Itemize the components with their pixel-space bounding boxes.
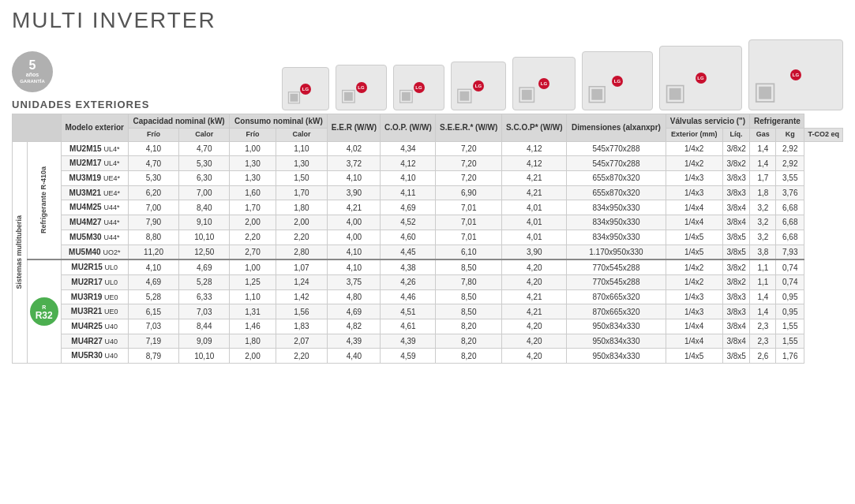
data-cell: 3,75 xyxy=(328,274,381,289)
col-modelo: Modelo exterior xyxy=(61,114,128,142)
data-cell: 7,90 xyxy=(128,215,178,230)
data-cell: 2,92 xyxy=(776,141,804,156)
data-cell: 655x870x320 xyxy=(567,171,666,186)
data-cell: 4,20 xyxy=(502,319,567,334)
data-cell: 1,83 xyxy=(276,319,328,334)
data-cell: 1,10 xyxy=(230,289,276,304)
model-name: MU5R30 U40 xyxy=(61,349,128,364)
data-cell: 4,21 xyxy=(502,289,567,304)
data-cell: 3,90 xyxy=(328,185,381,200)
data-cell: 1/4x2 xyxy=(666,274,722,289)
data-cell: 0,74 xyxy=(776,274,804,289)
data-cell: 4,02 xyxy=(328,141,381,156)
data-cell: 3/8x2 xyxy=(722,274,750,289)
data-cell: 4,20 xyxy=(502,349,567,364)
data-cell: 1,00 xyxy=(230,259,276,274)
data-cell: 4,01 xyxy=(502,200,567,215)
model-name: MU4M27 U44* xyxy=(61,215,128,230)
units-label: UNIDADES EXTERIORES xyxy=(12,99,149,110)
data-cell: 2,3 xyxy=(750,319,776,334)
data-cell: 5,28 xyxy=(179,274,230,289)
data-cell: 3/8x5 xyxy=(722,349,750,364)
subh-liq: Líq. xyxy=(722,129,750,142)
data-cell: 1,80 xyxy=(276,200,328,215)
data-cell: 6,30 xyxy=(179,171,230,186)
data-cell: 4,10 xyxy=(128,141,178,156)
data-cell: 1,56 xyxy=(276,304,328,319)
data-cell: 1,1 xyxy=(750,274,776,289)
data-cell: 7,19 xyxy=(128,334,178,349)
data-cell: 4,12 xyxy=(502,156,567,171)
data-cell: 1,8 xyxy=(750,185,776,200)
data-cell: 4,00 xyxy=(328,230,381,245)
page-title: MULTI INVERTER xyxy=(12,8,843,33)
col-seer: S.E.E.R.* (W/W) xyxy=(436,114,502,142)
data-cell: 2,80 xyxy=(276,245,328,259)
data-cell: 1,30 xyxy=(230,171,276,186)
data-cell: 2,20 xyxy=(276,230,328,245)
data-cell: 1/4x3 xyxy=(666,304,722,319)
data-cell: 1,10 xyxy=(276,141,328,156)
data-cell: 1,80 xyxy=(230,334,276,349)
model-name: MU4R27 U40 xyxy=(61,334,128,349)
data-cell: 1,76 xyxy=(776,349,804,364)
data-cell: 1,31 xyxy=(230,304,276,319)
data-cell: 1,7 xyxy=(750,171,776,186)
data-cell: 3,2 xyxy=(750,200,776,215)
model-name: MU2M15 UL4* xyxy=(61,141,128,156)
data-cell: 1,55 xyxy=(776,319,804,334)
data-cell: 770x545x288 xyxy=(567,274,666,289)
data-cell: 4,21 xyxy=(502,304,567,319)
data-cell: 4,40 xyxy=(328,349,381,364)
data-cell: 4,51 xyxy=(381,304,436,319)
data-cell: 4,10 xyxy=(128,259,178,274)
data-cell: 4,60 xyxy=(381,230,436,245)
data-cell: 1/4x3 xyxy=(666,185,722,200)
data-cell: 7,20 xyxy=(436,171,502,186)
data-cell: 5,30 xyxy=(128,171,178,186)
col-capacidad: Capacidad nominal (kW) xyxy=(128,114,230,129)
data-cell: 4,39 xyxy=(381,334,436,349)
data-cell: 1,24 xyxy=(276,274,328,289)
model-name: MU3R21 UE0 xyxy=(61,304,128,319)
data-cell: 545x770x288 xyxy=(567,156,666,171)
data-cell: 7,03 xyxy=(179,304,230,319)
data-cell: 7,01 xyxy=(436,215,502,230)
data-cell: 4,20 xyxy=(502,274,567,289)
data-cell: 1,07 xyxy=(276,259,328,274)
data-cell: 950x834x330 xyxy=(567,349,666,364)
data-cell: 4,34 xyxy=(381,141,436,156)
data-cell: 0,95 xyxy=(776,289,804,304)
data-cell: 11,20 xyxy=(128,245,178,259)
model-name: MU5M30 U44* xyxy=(61,230,128,245)
data-cell: 3/8x2 xyxy=(722,259,750,274)
data-cell: 1/4x2 xyxy=(666,156,722,171)
data-cell: 1/4x4 xyxy=(666,215,722,230)
data-cell: 1,1 xyxy=(750,259,776,274)
data-cell: 4,12 xyxy=(381,156,436,171)
subh-gas: Gas xyxy=(750,129,776,142)
data-cell: 7,20 xyxy=(436,156,502,171)
data-cell: 2,07 xyxy=(276,334,328,349)
data-cell: 3,76 xyxy=(776,185,804,200)
data-cell: 7,03 xyxy=(128,319,178,334)
data-cell: 834x950x330 xyxy=(567,215,666,230)
data-cell: 6,68 xyxy=(776,200,804,215)
data-cell: 1,46 xyxy=(230,319,276,334)
data-cell: 2,20 xyxy=(276,349,328,364)
data-cell: 6,15 xyxy=(128,304,178,319)
data-cell: 10,10 xyxy=(179,230,230,245)
model-name: MU3M19 UE4* xyxy=(61,171,128,186)
data-cell: 1/4x4 xyxy=(666,334,722,349)
col-scop: S.C.O.P* (W/W) xyxy=(502,114,567,142)
subh-calor-cap: Calor xyxy=(179,129,230,142)
data-cell: 4,21 xyxy=(328,200,381,215)
data-cell: 4,69 xyxy=(328,304,381,319)
model-name: MU3M21 UE4* xyxy=(61,185,128,200)
data-cell: 4,70 xyxy=(128,156,178,171)
data-cell: 545x770x288 xyxy=(567,141,666,156)
data-cell: 4,01 xyxy=(502,230,567,245)
data-cell: 3/8x4 xyxy=(722,319,750,334)
data-cell: 3,2 xyxy=(750,215,776,230)
model-name: MU2R17 UL0 xyxy=(61,274,128,289)
